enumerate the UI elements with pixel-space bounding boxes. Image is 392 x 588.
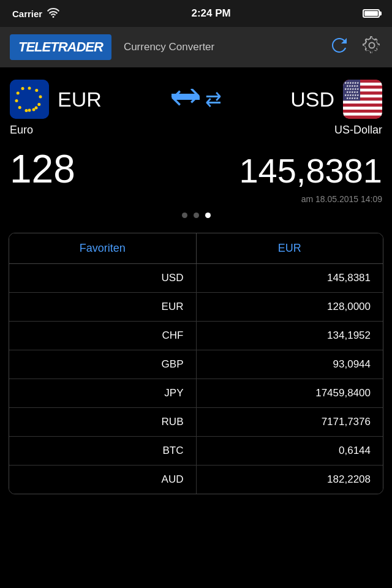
svg-text:★★★★★: ★★★★★ bbox=[346, 96, 359, 100]
col-eur-header[interactable]: EUR bbox=[197, 233, 383, 263]
col-favorites-header[interactable]: Favoriten bbox=[9, 233, 197, 263]
table-row[interactable]: BTC 0,6144 bbox=[9, 437, 383, 466]
svg-point-9 bbox=[17, 92, 20, 95]
nav-title: Currency Converter bbox=[124, 41, 317, 53]
date-label: am 18.05.2015 14:09 bbox=[10, 194, 382, 209]
currency-row: EUR ⇄ USD bbox=[10, 80, 382, 119]
nav-bar: TELETRADER Currency Converter bbox=[0, 27, 392, 67]
dot-1[interactable] bbox=[182, 213, 187, 218]
table-currency-cell: AUD bbox=[9, 466, 197, 494]
svg-point-12 bbox=[35, 107, 38, 110]
currency-display: EUR ⇄ USD bbox=[0, 67, 392, 233]
settings-button[interactable] bbox=[361, 35, 382, 60]
table-currency-cell: BTC bbox=[9, 437, 197, 465]
from-currency-name: Euro bbox=[10, 124, 33, 137]
table-row[interactable]: EUR 128,0000 bbox=[9, 293, 383, 322]
svg-rect-24 bbox=[343, 107, 382, 110]
svg-point-7 bbox=[18, 106, 21, 109]
to-currency-code: USD bbox=[290, 88, 334, 111]
to-amount[interactable]: 145,8381 bbox=[239, 151, 382, 190]
table-value-cell: 7171,7376 bbox=[197, 408, 383, 436]
table-row[interactable]: JPY 17459,8400 bbox=[9, 379, 383, 408]
svg-point-8 bbox=[15, 99, 18, 102]
battery-icon bbox=[363, 9, 380, 18]
table-value-cell: 0,6144 bbox=[197, 437, 383, 465]
svg-point-10 bbox=[21, 87, 24, 90]
table-row[interactable]: RUB 7171,7376 bbox=[9, 408, 383, 437]
table-currency-cell: JPY bbox=[9, 379, 197, 407]
table-row[interactable]: USD 145,8381 bbox=[9, 264, 383, 293]
svg-point-5 bbox=[32, 108, 36, 111]
svg-point-6 bbox=[25, 109, 28, 112]
from-amount[interactable]: 128 bbox=[10, 146, 75, 192]
to-flag: ★★★★★★ ★★★★★ ★★★★★★ ★★★★★ ★★★★★★ ★★★★★ bbox=[343, 80, 382, 119]
table-currency-cell: GBP bbox=[9, 350, 197, 379]
table-value-cell: 17459,8400 bbox=[197, 379, 383, 407]
from-flag bbox=[10, 80, 49, 119]
svg-rect-25 bbox=[343, 110, 382, 113]
status-bar: Carrier 2:24 PM bbox=[0, 0, 392, 27]
svg-rect-23 bbox=[343, 104, 382, 107]
refresh-button[interactable] bbox=[330, 36, 349, 59]
svg-rect-26 bbox=[343, 113, 382, 116]
svg-point-1 bbox=[28, 87, 31, 90]
table-value-cell: 145,8381 bbox=[197, 264, 383, 292]
currency-table: Favoriten EUR USD 145,8381 EUR 128,0000 … bbox=[9, 233, 383, 494]
page-dots bbox=[10, 209, 382, 227]
table-currency-cell: CHF bbox=[9, 322, 197, 350]
amounts-row: 128 145,8381 bbox=[10, 141, 382, 194]
dot-2[interactable] bbox=[194, 213, 199, 218]
to-currency[interactable]: USD bbox=[290, 80, 382, 119]
svg-point-11 bbox=[28, 109, 31, 112]
currency-names-row: Euro US-Dollar bbox=[10, 124, 382, 141]
table-currency-cell: RUB bbox=[9, 408, 197, 436]
carrier-label: Carrier bbox=[12, 9, 42, 19]
from-currency[interactable]: EUR bbox=[10, 80, 102, 119]
svg-rect-0 bbox=[10, 80, 49, 119]
teletrader-logo: TELETRADER bbox=[10, 34, 111, 60]
svg-point-3 bbox=[39, 96, 42, 99]
to-currency-name: US-Dollar bbox=[334, 124, 382, 137]
from-currency-code: EUR bbox=[58, 88, 102, 111]
table-row[interactable]: GBP 93,0944 bbox=[9, 350, 383, 379]
table-header: Favoriten EUR bbox=[9, 233, 383, 264]
table-currency-cell: EUR bbox=[9, 293, 197, 321]
table-value-cell: 134,1952 bbox=[197, 322, 383, 350]
dot-3[interactable] bbox=[205, 213, 211, 218]
svg-rect-22 bbox=[343, 100, 382, 104]
wifi-icon bbox=[47, 8, 59, 20]
svg-point-4 bbox=[37, 103, 40, 106]
table-currency-cell: USD bbox=[9, 264, 197, 292]
table-value-cell: 93,0944 bbox=[197, 350, 383, 379]
status-time: 2:24 PM bbox=[191, 7, 230, 20]
svg-rect-27 bbox=[343, 116, 382, 119]
table-row[interactable]: CHF 134,1952 bbox=[9, 322, 383, 350]
swap-button[interactable]: ⇄ bbox=[102, 88, 290, 111]
table-value-cell: 128,0000 bbox=[197, 293, 383, 321]
table-rows-container: USD 145,8381 EUR 128,0000 CHF 134,1952 G… bbox=[9, 264, 383, 494]
svg-point-2 bbox=[35, 89, 38, 92]
table-row[interactable]: AUD 182,2208 bbox=[9, 466, 383, 494]
table-value-cell: 182,2208 bbox=[197, 466, 383, 494]
